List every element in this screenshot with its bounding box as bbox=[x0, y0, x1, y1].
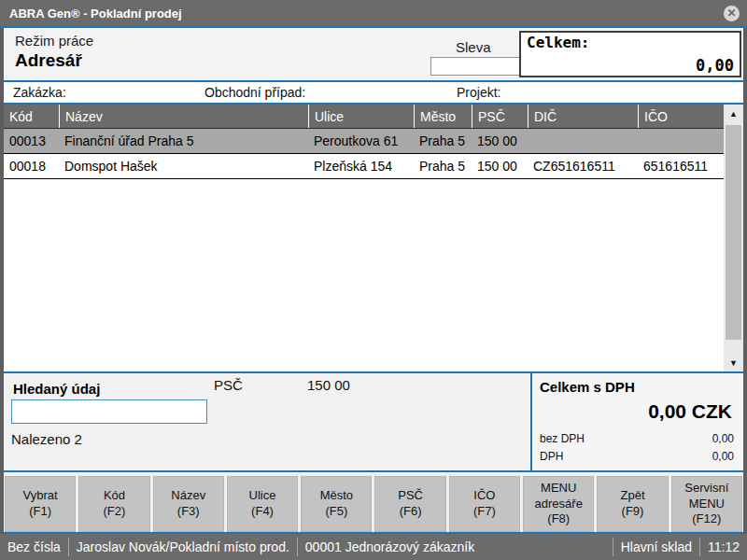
scrollbar-track[interactable] bbox=[724, 122, 743, 354]
status-time: 11:12 bbox=[700, 539, 747, 554]
cell-psc: 150 00 bbox=[472, 154, 528, 178]
cell-nazev: Domspot Hašek bbox=[59, 154, 308, 178]
bottom-panel: Hledaný údaj PSČ 150 00 Nalezeno 2 Celke… bbox=[4, 373, 743, 470]
grid-empty-area bbox=[4, 179, 724, 371]
ico-f7-button[interactable]: IČO(F7) bbox=[449, 476, 520, 532]
grid: Kód Název Ulice Město PSČ DIČ IČO 00013 … bbox=[4, 105, 724, 371]
status-customer: 00001 Jednorázový zákazník bbox=[298, 539, 482, 554]
cell-ulice: Plzeňská 154 bbox=[308, 154, 414, 178]
totals-label: DPH bbox=[540, 448, 563, 466]
column-header-psc[interactable]: PSČ bbox=[472, 105, 528, 128]
work-mode-value: Adresář bbox=[15, 50, 93, 71]
cell-psc: 150 00 bbox=[472, 129, 528, 153]
totals-grand-total: 0,00 CZK bbox=[540, 400, 732, 423]
cell-kod: 00013 bbox=[4, 129, 59, 153]
cell-nazev: Finanční úřad Praha 5 bbox=[59, 129, 308, 153]
discount-input[interactable] bbox=[430, 57, 520, 76]
statusbar: Bez čísla Jaroslav Novák/Pokladní místo … bbox=[0, 534, 747, 560]
status-doc-number: Bez čísla bbox=[0, 539, 68, 554]
table-row[interactable]: 00013 Finanční úřad Praha 5 Peroutkova 6… bbox=[4, 129, 724, 154]
search-column-label: PSČ bbox=[214, 377, 243, 393]
cell-ico bbox=[638, 129, 724, 153]
search-input[interactable] bbox=[11, 399, 207, 424]
total-label: Celkem: bbox=[527, 34, 734, 51]
context-row: Zakázka: Obchodní případ: Projekt: bbox=[4, 82, 743, 103]
totals-row-bez-dph: bez DPH 0,00 bbox=[540, 430, 734, 448]
titlebar: ABRA Gen® - Pokladní prodej ✕ bbox=[0, 0, 747, 26]
cell-dic bbox=[528, 129, 638, 153]
search-column-value: 150 00 bbox=[307, 377, 350, 393]
servisni-menu-f12-button[interactable]: Servisní MENU(F12) bbox=[671, 476, 742, 532]
totals-row-dph: DPH 0,00 bbox=[540, 448, 734, 466]
totals-pane: Celkem s DPH 0,00 CZK bez DPH 0,00 DPH 0… bbox=[532, 373, 743, 470]
scroll-down-icon[interactable]: ▼ bbox=[724, 354, 743, 371]
column-header-kod[interactable]: Kód bbox=[4, 105, 59, 128]
found-count: Nalezeno 2 bbox=[11, 431, 82, 447]
column-header-mesto[interactable]: Město bbox=[414, 105, 472, 128]
function-button-bar: Vybrat(F1) Kód(F2) Název(F3) Ulice(F4) M… bbox=[4, 476, 743, 532]
cell-ico: 651616511 bbox=[638, 154, 724, 178]
app-window: ABRA Gen® - Pokladní prodej ✕ Režim prác… bbox=[0, 0, 747, 560]
nazev-f3-button[interactable]: Název(F3) bbox=[153, 476, 224, 532]
address-book-table: Kód Název Ulice Město PSČ DIČ IČO 00013 … bbox=[4, 105, 743, 371]
scrollbar-thumb[interactable] bbox=[726, 125, 741, 340]
search-pane: Hledaný údaj PSČ 150 00 Nalezeno 2 bbox=[4, 373, 530, 470]
scroll-up-icon[interactable]: ▲ bbox=[724, 105, 743, 122]
grid-header: Kód Název Ulice Město PSČ DIČ IČO bbox=[4, 105, 724, 129]
total-display: Celkem: 0,00 bbox=[519, 31, 741, 77]
cell-ulice: Peroutkova 61 bbox=[308, 129, 414, 153]
mesto-f5-button[interactable]: Město(F5) bbox=[301, 476, 372, 532]
cell-kod: 00018 bbox=[4, 154, 59, 178]
discount-label: Sleva bbox=[456, 39, 491, 55]
menu-adresare-f8-button[interactable]: MENU adresáře(F8) bbox=[523, 476, 594, 532]
zpet-f9-button[interactable]: Zpět(F9) bbox=[597, 476, 668, 532]
totals-value: 0,00 bbox=[712, 430, 734, 448]
work-mode-label: Režim práce bbox=[15, 33, 93, 49]
ulice-f4-button[interactable]: Ulice(F4) bbox=[227, 476, 298, 532]
status-operator: Jaroslav Novák/Pokladní místo prod. bbox=[69, 539, 297, 554]
cell-mesto: Praha 5 bbox=[414, 129, 472, 153]
project-label: Projekt: bbox=[457, 85, 500, 100]
vybrat-f1-button[interactable]: Vybrat(F1) bbox=[5, 476, 76, 532]
window-title: ABRA Gen® - Pokladní prodej bbox=[9, 7, 182, 21]
table-row[interactable]: 00018 Domspot Hašek Plzeňská 154 Praha 5… bbox=[4, 154, 724, 179]
vertical-scrollbar[interactable]: ▲ ▼ bbox=[724, 105, 743, 371]
column-header-ico[interactable]: IČO bbox=[638, 105, 724, 128]
column-header-dic[interactable]: DIČ bbox=[528, 105, 638, 128]
totals-label: bez DPH bbox=[540, 430, 585, 448]
psc-f6-button[interactable]: PSČ(F6) bbox=[374, 476, 445, 532]
business-case-label: Obchodní případ: bbox=[204, 85, 305, 100]
totals-title: Celkem s DPH bbox=[540, 379, 734, 395]
work-mode-block: Režim práce Adresář bbox=[15, 33, 93, 71]
column-header-ulice[interactable]: Ulice bbox=[308, 105, 414, 128]
cell-mesto: Praha 5 bbox=[414, 154, 472, 178]
totals-value: 0,00 bbox=[712, 448, 734, 466]
total-value: 0,00 bbox=[527, 56, 734, 75]
cell-dic: CZ651616511 bbox=[528, 154, 638, 178]
close-icon[interactable]: ✕ bbox=[724, 6, 740, 21]
window-content: Režim práce Adresář Sleva Celkem: 0,00 Z… bbox=[0, 28, 747, 534]
kod-f2-button[interactable]: Kód(F2) bbox=[78, 476, 149, 532]
order-label: Zakázka: bbox=[13, 85, 66, 100]
top-panel: Režim práce Adresář Sleva Celkem: 0,00 bbox=[4, 28, 743, 80]
search-label: Hledaný údaj bbox=[13, 381, 100, 397]
column-header-nazev[interactable]: Název bbox=[59, 105, 308, 128]
status-warehouse: Hlavní sklad bbox=[613, 539, 699, 554]
